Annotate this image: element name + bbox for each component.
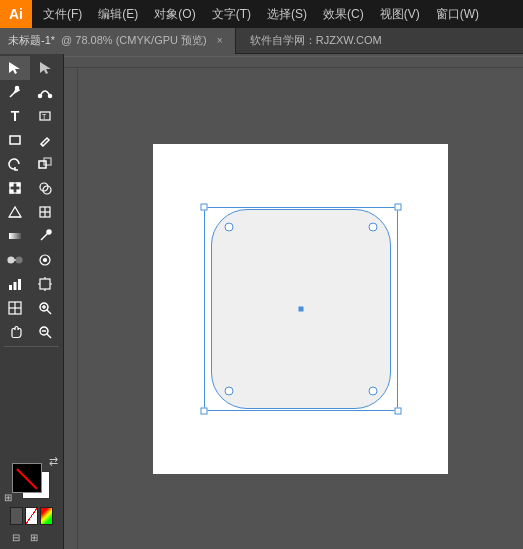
svg-point-3	[39, 95, 42, 98]
svg-rect-33	[18, 279, 21, 290]
ruler-left	[64, 68, 78, 549]
tool-row-7	[0, 200, 63, 224]
menu-effect[interactable]: 效果(C)	[316, 3, 371, 26]
toggle-artboards[interactable]: ⊞	[26, 529, 42, 545]
foreground-color-swatch[interactable]	[12, 463, 42, 493]
rectangle-tool[interactable]	[0, 128, 30, 152]
selection-handle-tl[interactable]	[200, 203, 207, 210]
tab-title: 未标题-1*	[8, 33, 55, 48]
tool-row-5	[0, 152, 63, 176]
scale-tool[interactable]	[30, 152, 60, 176]
color-indicator-gradient[interactable]	[40, 507, 53, 525]
svg-rect-12	[17, 183, 20, 186]
canvas-area[interactable]	[64, 54, 523, 549]
shape-container[interactable]	[206, 204, 396, 414]
center-point	[298, 306, 303, 311]
ruler-top	[64, 54, 523, 68]
title-bar: Ai 文件(F) 编辑(E) 对象(O) 文字(T) 选择(S) 效果(C) 视…	[0, 0, 523, 28]
color-indicator-fill[interactable]	[10, 507, 23, 525]
svg-rect-7	[10, 136, 20, 144]
curvature-tool[interactable]	[30, 80, 60, 104]
svg-line-23	[41, 234, 47, 240]
mesh-tool[interactable]	[30, 200, 60, 224]
svg-rect-31	[9, 285, 12, 290]
menu-type[interactable]: 文字(T)	[205, 3, 258, 26]
anchor-bl[interactable]	[224, 386, 233, 395]
tool-row-1	[0, 56, 63, 80]
tool-row-11	[0, 296, 63, 320]
menu-edit[interactable]: 编辑(E)	[91, 3, 145, 26]
gradient-tool[interactable]	[0, 224, 30, 248]
eyedropper-tool[interactable]	[30, 224, 60, 248]
svg-point-4	[49, 95, 52, 98]
reset-colors-icon[interactable]: ⊞	[4, 492, 12, 503]
swap-colors-icon[interactable]: ⇄	[49, 455, 58, 468]
rotate-tool[interactable]	[0, 152, 30, 176]
anchor-tr[interactable]	[368, 222, 377, 231]
menu-bar: 文件(F) 编辑(E) 对象(O) 文字(T) 选择(S) 效果(C) 视图(V…	[32, 0, 523, 28]
color-swatches: ⇄ ⊞	[4, 455, 60, 503]
type-tool[interactable]: T	[0, 104, 30, 128]
tool-row-6	[0, 176, 63, 200]
tab-right-info: 软件自学网：RJZXW.COM	[240, 28, 392, 54]
menu-view[interactable]: 视图(V)	[373, 3, 427, 26]
main-area: T T	[0, 54, 523, 549]
color-indicator-stroke[interactable]	[25, 507, 38, 525]
anchor-tl[interactable]	[224, 222, 233, 231]
toolbar-separator	[4, 346, 59, 350]
svg-rect-14	[17, 190, 20, 193]
selection-handle-tr[interactable]	[394, 203, 401, 210]
eraser-tool[interactable]	[30, 128, 60, 152]
area-type-tool[interactable]: T	[30, 104, 60, 128]
tab-bar: 未标题-1* @ 78.08% (CMYK/GPU 预览) × 软件自学网：RJ…	[0, 28, 523, 54]
ruler-ticks-svg	[64, 56, 523, 66]
selection-handle-br[interactable]	[394, 407, 401, 414]
column-graph-tool[interactable]	[0, 272, 30, 296]
svg-point-2	[16, 87, 19, 90]
color-area: ⇄ ⊞ ⊟ ⊞	[0, 449, 63, 549]
zoom-tool[interactable]	[30, 296, 60, 320]
selection-handle-bl[interactable]	[200, 407, 207, 414]
direct-selection-tool[interactable]	[30, 56, 60, 80]
color-indicator-row	[4, 505, 59, 527]
svg-point-27	[16, 257, 22, 263]
anchor-br[interactable]	[368, 386, 377, 395]
free-transform-tool[interactable]	[0, 176, 30, 200]
perspective-grid-tool[interactable]	[0, 200, 30, 224]
tool-row-9	[0, 248, 63, 272]
zoom-tool-2[interactable]	[30, 320, 60, 344]
svg-rect-11	[10, 183, 13, 186]
svg-rect-13	[10, 190, 13, 193]
svg-rect-22	[9, 233, 21, 239]
menu-select[interactable]: 选择(S)	[260, 3, 314, 26]
svg-marker-17	[9, 207, 21, 217]
svg-rect-34	[40, 279, 50, 289]
tab-zoom-info: @ 78.08% (CMYK/GPU 预览)	[61, 33, 207, 48]
tool-row-8	[0, 224, 63, 248]
toolbar: T T	[0, 54, 64, 549]
tab-close-button[interactable]: ×	[213, 34, 227, 48]
tool-row-10	[0, 272, 63, 296]
blend-tool[interactable]	[0, 248, 30, 272]
tool-row-2	[0, 80, 63, 104]
symbol-sprayer-tool[interactable]	[30, 248, 60, 272]
change-screen-mode[interactable]: ⊟	[8, 529, 24, 545]
bottom-toolbar-icons: ⊟ ⊞	[4, 529, 59, 545]
menu-object[interactable]: 对象(O)	[147, 3, 202, 26]
shape-builder-tool[interactable]	[30, 176, 60, 200]
ai-logo: Ai	[0, 0, 32, 28]
menu-window[interactable]: 窗口(W)	[429, 3, 486, 26]
selection-tool[interactable]	[0, 56, 30, 80]
pen-tool[interactable]	[0, 80, 30, 104]
svg-line-47	[47, 334, 51, 338]
tool-row-3: T T	[0, 104, 63, 128]
svg-text:T: T	[42, 113, 47, 120]
artboard-tool[interactable]	[30, 272, 60, 296]
menu-file[interactable]: 文件(F)	[36, 3, 89, 26]
svg-marker-1	[40, 62, 51, 74]
artboard	[153, 144, 448, 474]
hand-tool[interactable]	[0, 320, 30, 344]
active-tab[interactable]: 未标题-1* @ 78.08% (CMYK/GPU 预览) ×	[0, 28, 236, 54]
slice-tool[interactable]	[0, 296, 30, 320]
svg-marker-0	[9, 62, 20, 74]
